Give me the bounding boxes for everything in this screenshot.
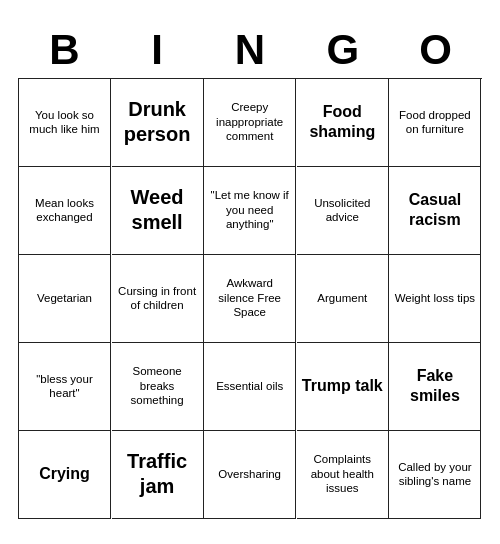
bingo-cell-9: Casual racism bbox=[389, 167, 481, 255]
bingo-header: BINGO bbox=[18, 26, 482, 74]
bingo-cell-10: Vegetarian bbox=[19, 255, 111, 343]
bingo-card: BINGO You look so much like himDrunk per… bbox=[10, 18, 490, 527]
bingo-cell-6: Weed smell bbox=[112, 167, 204, 255]
bingo-cell-4: Food dropped on furniture bbox=[389, 79, 481, 167]
bingo-cell-20: Crying bbox=[19, 431, 111, 519]
header-letter-G: G bbox=[299, 26, 387, 74]
bingo-cell-3: Food shaming bbox=[297, 79, 389, 167]
header-letter-O: O bbox=[392, 26, 480, 74]
bingo-cell-16: Someone breaks something bbox=[112, 343, 204, 431]
bingo-cell-23: Complaints about health issues bbox=[297, 431, 389, 519]
bingo-cell-15: "bless your heart" bbox=[19, 343, 111, 431]
bingo-cell-21: Traffic jam bbox=[112, 431, 204, 519]
bingo-cell-7: "Let me know if you need anything" bbox=[204, 167, 296, 255]
bingo-cell-0: You look so much like him bbox=[19, 79, 111, 167]
header-letter-N: N bbox=[206, 26, 294, 74]
header-letter-B: B bbox=[20, 26, 108, 74]
bingo-cell-22: Oversharing bbox=[204, 431, 296, 519]
bingo-cell-1: Drunk person bbox=[112, 79, 204, 167]
bingo-grid: You look so much like himDrunk personCre… bbox=[18, 78, 482, 519]
bingo-cell-24: Called by your sibling's name bbox=[389, 431, 481, 519]
bingo-cell-17: Essential oils bbox=[204, 343, 296, 431]
bingo-cell-8: Unsolicited advice bbox=[297, 167, 389, 255]
bingo-cell-12: Awkward silence Free Space bbox=[204, 255, 296, 343]
bingo-cell-2: Creepy inappropriate comment bbox=[204, 79, 296, 167]
bingo-cell-18: Trump talk bbox=[297, 343, 389, 431]
bingo-cell-14: Weight loss tips bbox=[389, 255, 481, 343]
bingo-cell-11: Cursing in front of children bbox=[112, 255, 204, 343]
bingo-cell-5: Mean looks exchanged bbox=[19, 167, 111, 255]
header-letter-I: I bbox=[113, 26, 201, 74]
bingo-cell-13: Argument bbox=[297, 255, 389, 343]
bingo-cell-19: Fake smiles bbox=[389, 343, 481, 431]
